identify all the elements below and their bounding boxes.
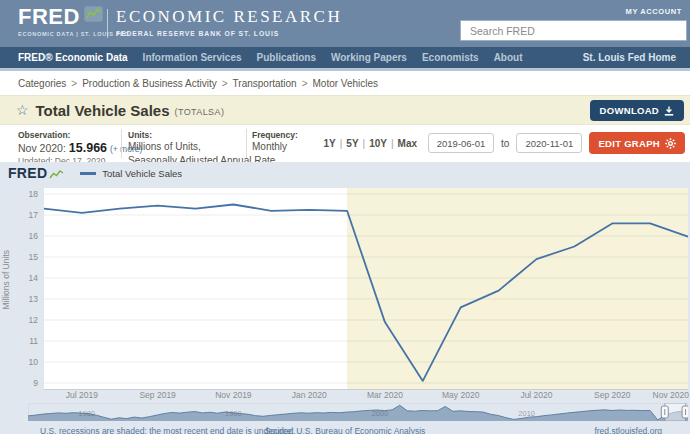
chart-header-row: FRED Total Vehicle Sales: [8, 167, 182, 180]
page-title: Total Vehicle Sales: [36, 102, 170, 119]
watermark-chart-icon: [49, 169, 64, 180]
range-link-Max[interactable]: Max: [398, 138, 417, 149]
recession-note: U.S. recessions are shaded; the most rec…: [40, 426, 296, 434]
recession-band: [347, 188, 688, 389]
range-link-10Y[interactable]: 10Y: [369, 138, 387, 149]
x-tick-label: Sep 2020: [594, 390, 631, 400]
y-tick-label: 18: [29, 189, 39, 199]
series-id: (TOTALSA): [175, 107, 225, 117]
x-tick-label: Jul 2019: [66, 390, 98, 400]
meta-divider: [121, 129, 122, 158]
observation-block: Observation: Nov 2020: 15.966 (+ more) U…: [18, 130, 142, 166]
navigator-year-label: 1990: [225, 409, 242, 418]
nav-item-5[interactable]: About: [494, 52, 523, 63]
breadcrumb: Categories>Production & Business Activit…: [0, 71, 690, 95]
x-tick-label: Nov 2019: [215, 390, 252, 400]
breadcrumb-link-3: Motor Vehicles: [313, 78, 379, 89]
legend-swatch: [80, 172, 96, 175]
navigator-year-label: 2000: [372, 409, 389, 418]
breadcrumb-link-1[interactable]: Production & Business Activity: [82, 78, 217, 89]
x-tick-label: Mar 2020: [367, 390, 403, 400]
watermark-text: FRED: [8, 167, 47, 180]
breadcrumb-link-2[interactable]: Transportation: [233, 78, 297, 89]
breadcrumb-separator: >: [71, 78, 77, 89]
meta-divider: [246, 129, 247, 158]
favorite-star-icon[interactable]: ☆: [16, 103, 29, 117]
range-link-1Y[interactable]: 1Y: [324, 138, 336, 149]
header-divider: [107, 9, 108, 38]
navigator-slider[interactable]: 1980199020002010: [28, 403, 688, 421]
y-tick-label: 17: [29, 210, 39, 220]
y-tick-label: 11: [29, 336, 38, 346]
series-meta-bar: Observation: Nov 2020: 15.966 (+ more) U…: [0, 125, 690, 162]
title-bar: ☆ Total Vehicle Sales (TOTALSA) DOWNLOAD: [0, 95, 690, 125]
y-tick-label: 15: [29, 252, 39, 262]
source-note[interactable]: Source: U.S. Bureau of Economic Analysis: [265, 426, 426, 434]
nav-item-4[interactable]: Economists: [422, 52, 479, 63]
observation-value: 15.966: [69, 141, 107, 155]
date-from-input[interactable]: [428, 133, 494, 153]
download-button[interactable]: DOWNLOAD: [590, 100, 684, 121]
y-tick-label: 13: [29, 294, 39, 304]
y-tick-label: 10: [29, 357, 39, 367]
main-nav: FRED® Economic DataInformation ServicesP…: [0, 47, 690, 68]
fred-logo[interactable]: FRED ECONOMIC DATA | ST. LOUIS FED: [18, 6, 129, 37]
x-tick-label: Sep 2019: [139, 390, 176, 400]
fred-logo-tagline: ECONOMIC DATA | ST. LOUIS FED: [18, 31, 129, 37]
breadcrumb-link-0[interactable]: Categories: [18, 78, 66, 89]
x-tick-label: May 2020: [442, 390, 480, 400]
breadcrumb-separator: >: [302, 78, 308, 89]
y-tick-label: 14: [29, 273, 39, 283]
main-chart: 9101112131415161718Jul 2019Sep 2019Nov 2…: [0, 188, 690, 402]
frequency-block: Frequency: Monthly: [252, 130, 298, 154]
y-tick-label: 16: [29, 231, 39, 241]
zoom-range-links: 1Y|5Y|10Y|Max: [324, 138, 418, 149]
range-separator: |: [363, 138, 366, 149]
nav-item-1[interactable]: Information Services: [143, 52, 242, 63]
nav-links: FRED® Economic DataInformation ServicesP…: [18, 52, 523, 63]
site-title-block[interactable]: ECONOMIC RESEARCH FEDERAL RESERVE BANK O…: [116, 7, 342, 37]
x-tick-label: Jan 2020: [292, 390, 327, 400]
observation-date: Nov 2020:: [18, 142, 66, 154]
range-link-5Y[interactable]: 5Y: [346, 138, 358, 149]
date-range-to-label: to: [501, 138, 509, 149]
download-icon: [664, 106, 674, 116]
frequency-value: Monthly: [252, 140, 298, 154]
date-range-controls: 1Y|5Y|10Y|Max to EDIT GRAPH: [324, 132, 685, 154]
chart-fred-watermark: FRED: [8, 167, 64, 180]
breadcrumb-separator: >: [222, 78, 228, 89]
x-tick-label: Nov 2020: [653, 390, 690, 400]
edit-graph-label: EDIT GRAPH: [598, 138, 660, 149]
frequency-label: Frequency:: [252, 130, 298, 140]
observation-label: Observation:: [18, 130, 142, 140]
range-separator: |: [391, 138, 394, 149]
site-header: FRED ECONOMIC DATA | ST. LOUIS FED ECONO…: [0, 0, 690, 47]
chart-footnotes: U.S. recessions are shaded; the most rec…: [0, 426, 690, 434]
fred-page: FRED ECONOMIC DATA | ST. LOUIS FED ECONO…: [0, 0, 690, 434]
date-to-input[interactable]: [516, 133, 582, 153]
nav-item-2[interactable]: Publications: [257, 52, 316, 63]
site-title: ECONOMIC RESEARCH: [116, 7, 342, 27]
nav-item-0[interactable]: FRED® Economic Data: [18, 52, 128, 63]
gear-icon: [665, 138, 676, 149]
edit-graph-button[interactable]: EDIT GRAPH: [589, 132, 685, 154]
navigator-handle-right[interactable]: [682, 406, 688, 418]
my-account-link[interactable]: MY ACCOUNT: [626, 7, 682, 16]
fred-logo-wordmark: FRED: [18, 6, 80, 28]
y-tick-label: 9: [33, 378, 38, 388]
y-tick-label: 12: [29, 315, 39, 325]
nav-item-st-louis-fed-home[interactable]: St. Louis Fed Home: [583, 52, 676, 63]
chart-legend: Total Vehicle Sales: [80, 168, 182, 179]
x-tick-label: Jul 2020: [520, 390, 552, 400]
search-input[interactable]: [460, 20, 687, 41]
nav-item-3[interactable]: Working Papers: [331, 52, 407, 63]
fred-url-link[interactable]: fred.stlouisfed.org: [594, 426, 662, 434]
range-separator: |: [340, 138, 343, 149]
chart-region: FRED Total Vehicle Sales Millions of Uni…: [0, 162, 690, 434]
site-subtitle: FEDERAL RESERVE BANK OF ST. LOUIS: [116, 30, 342, 37]
download-label: DOWNLOAD: [600, 105, 659, 116]
navigator-year-label: 2010: [518, 409, 535, 418]
fred-logo-chart-icon: [84, 6, 103, 22]
legend-label: Total Vehicle Sales: [102, 168, 182, 179]
navigator-year-label: 1980: [78, 409, 95, 418]
